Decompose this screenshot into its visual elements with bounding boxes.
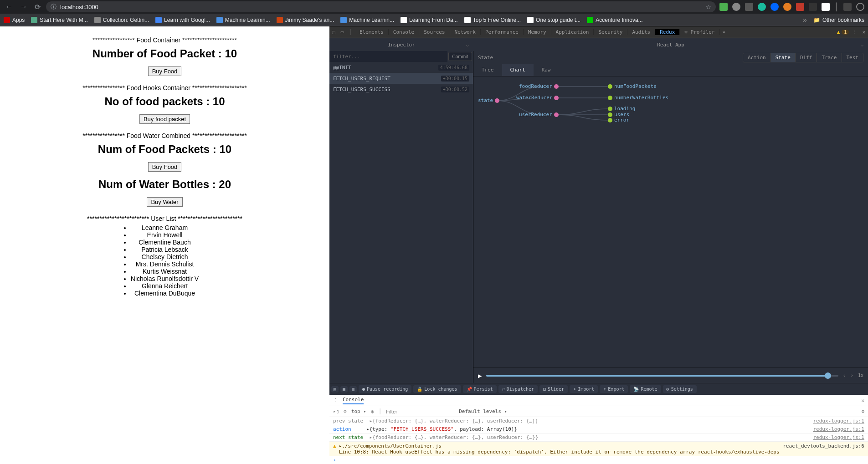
bookmark-item[interactable]: Machine Learnin... bbox=[216, 17, 270, 23]
devtools-tab-sources[interactable]: Sources bbox=[419, 29, 450, 35]
back-button[interactable]: ← bbox=[4, 1, 15, 13]
ext-icon[interactable] bbox=[719, 3, 728, 11]
ext-icon[interactable] bbox=[809, 3, 817, 11]
scope-select[interactable]: top ▾ bbox=[351, 408, 366, 414]
bookmark-item[interactable]: Learn with Googl... bbox=[155, 17, 210, 23]
devtools-tab-memory[interactable]: Memory bbox=[524, 29, 551, 35]
bookmark-item[interactable]: Learning From Da... bbox=[401, 17, 458, 23]
action-row[interactable]: @@INIT4:59:46.68 bbox=[329, 62, 473, 73]
ext-icon[interactable] bbox=[770, 3, 779, 11]
source-link[interactable]: redux-logger.js:1 bbox=[813, 426, 864, 432]
ext-icon[interactable] bbox=[732, 3, 740, 11]
state-panel: State ActionStateDiffTraceTest TreeChart… bbox=[473, 51, 868, 383]
devtools-tab-network[interactable]: Network bbox=[450, 29, 481, 35]
next-button[interactable]: › bbox=[850, 372, 853, 378]
ext-icon[interactable] bbox=[843, 3, 852, 11]
toolbar-pause-recording[interactable]: ●Pause recording bbox=[359, 385, 411, 393]
url-bar[interactable]: ⓘ localhost:3000 ☆ bbox=[46, 1, 716, 12]
view-tab-chart[interactable]: Chart bbox=[502, 64, 534, 76]
ext-icon[interactable] bbox=[796, 3, 804, 11]
bookmark-item[interactable]: Start Here With M... bbox=[31, 17, 87, 23]
devtools-tab-security[interactable]: Security bbox=[594, 29, 627, 35]
kebab-icon[interactable]: ⋮ bbox=[849, 29, 859, 35]
buy-food-button[interactable]: Buy Food bbox=[148, 66, 182, 76]
console-prompt[interactable]: › bbox=[329, 456, 868, 464]
forward-button[interactable]: → bbox=[18, 1, 29, 13]
segment-action[interactable]: Action bbox=[743, 53, 771, 62]
bookmark-item[interactable]: Apps bbox=[4, 17, 25, 23]
timeline-slider[interactable] bbox=[486, 375, 838, 377]
eye-icon[interactable]: ◉ bbox=[371, 408, 374, 414]
console-filter-input[interactable] bbox=[386, 409, 454, 414]
layout-icon[interactable]: ▤ bbox=[331, 386, 339, 393]
toolbar-dispatcher[interactable]: ⇄Dispatcher bbox=[498, 385, 538, 393]
devtools-tab-profiler[interactable]: ⚛ Profiler bbox=[680, 29, 719, 35]
profile-avatar[interactable] bbox=[856, 3, 864, 11]
devtools-tab-application[interactable]: Application bbox=[551, 29, 594, 35]
bookmark-item[interactable]: Top 5 Free Online... bbox=[464, 17, 521, 23]
log-levels-select[interactable]: Default levels ▾ bbox=[459, 408, 507, 414]
action-row[interactable]: FETCH_USERS_REQUEST+30:00.15 bbox=[329, 73, 473, 84]
reload-button[interactable]: ⟳ bbox=[33, 1, 42, 13]
ext-icon[interactable] bbox=[783, 3, 791, 11]
devtools-tab-performance[interactable]: Performance bbox=[481, 29, 524, 35]
toolbar-persist[interactable]: 📌Persist bbox=[463, 385, 497, 393]
segment-diff[interactable]: Diff bbox=[796, 53, 817, 62]
layout-icon[interactable]: ▥ bbox=[349, 386, 357, 393]
layout-icon[interactable]: ▦ bbox=[340, 386, 348, 393]
bookmark-item[interactable]: Machine Learnin... bbox=[340, 17, 394, 23]
more-tabs-icon[interactable]: » bbox=[720, 29, 729, 35]
toolbar-slider[interactable]: ⊟Slider bbox=[539, 385, 568, 393]
device-icon[interactable]: ▭ bbox=[338, 29, 347, 35]
ext-icon[interactable] bbox=[822, 3, 830, 11]
action-row[interactable]: FETCH_USERS_SUCCESS+30:00.52 bbox=[329, 84, 473, 95]
source-link[interactable]: redux-logger.js:1 bbox=[813, 418, 864, 424]
toolbar-export[interactable]: ⬆Export bbox=[600, 385, 628, 393]
segment-test[interactable]: Test bbox=[842, 53, 863, 62]
buy-food-combined-button[interactable]: Buy Food bbox=[148, 162, 182, 172]
close-devtools-icon[interactable]: ✕ bbox=[859, 29, 868, 35]
devtools-tab-audits[interactable]: Audits bbox=[627, 29, 655, 35]
devtools-tab-console[interactable]: Console bbox=[389, 29, 419, 35]
inspect-icon[interactable]: ⬚ bbox=[329, 29, 338, 35]
source-link[interactable]: react_devtools_backend.js:6 bbox=[783, 443, 864, 449]
overflow-icon[interactable]: » bbox=[803, 16, 807, 24]
segment-state[interactable]: State bbox=[771, 53, 796, 62]
bookmark-item[interactable]: Accenture Innova... bbox=[587, 17, 642, 23]
console-menu-icon[interactable]: ⋮ bbox=[333, 398, 338, 403]
console-tab[interactable]: Console bbox=[343, 397, 364, 404]
source-link[interactable]: redux-logger.js:1 bbox=[813, 434, 864, 440]
state-chart[interactable]: state foodReducer waterReducer userReduc… bbox=[473, 76, 868, 367]
segment-trace[interactable]: Trace bbox=[817, 53, 842, 62]
toolbar-lock-changes[interactable]: 🔒Lock changes bbox=[413, 385, 461, 393]
buy-food-packet-button[interactable]: Buy food packet bbox=[139, 114, 190, 124]
warning-icon: ▲ bbox=[333, 443, 336, 455]
view-tab-tree[interactable]: Tree bbox=[473, 64, 502, 76]
warning-badge[interactable]: ▲1 bbox=[837, 29, 849, 35]
devtools-tab-redux[interactable]: Redux bbox=[655, 29, 680, 35]
console-settings-icon[interactable]: ⚙ bbox=[861, 408, 864, 414]
play-button[interactable]: ▶ bbox=[478, 372, 482, 379]
bookmark-item[interactable]: One stop guide t... bbox=[527, 17, 580, 23]
react-app-dropdown[interactable]: React App⌵ bbox=[473, 38, 868, 51]
speed-label[interactable]: 1x bbox=[858, 373, 863, 378]
toolbar-import[interactable]: ⬇Import bbox=[570, 385, 598, 393]
bookmark-item[interactable]: Collection: Gettin... bbox=[94, 17, 149, 23]
toolbar-settings[interactable]: ⚙Settings bbox=[663, 385, 697, 393]
filter-input[interactable] bbox=[329, 51, 447, 62]
commit-button[interactable]: Commit bbox=[448, 52, 472, 61]
devtools-tab-elements[interactable]: Elements bbox=[355, 29, 389, 35]
inspector-dropdown[interactable]: Inspector⌵ bbox=[329, 38, 473, 51]
ext-icon[interactable] bbox=[758, 3, 766, 11]
ext-icon[interactable] bbox=[745, 3, 753, 11]
view-tab-raw[interactable]: Raw bbox=[534, 64, 559, 76]
other-bookmarks[interactable]: 📁 Other bookmarks bbox=[813, 17, 864, 23]
clear-console-icon[interactable]: ⊘ bbox=[344, 408, 347, 414]
bookmark-star-icon[interactable]: ☆ bbox=[706, 4, 711, 10]
prev-button[interactable]: ‹ bbox=[843, 372, 846, 378]
bookmark-item[interactable]: Jimmy Saade's an... bbox=[277, 17, 334, 23]
buy-water-button[interactable]: Buy Water bbox=[147, 197, 182, 207]
toolbar-remote[interactable]: 📡Remote bbox=[630, 385, 661, 393]
close-console-icon[interactable]: ✕ bbox=[861, 398, 864, 403]
sidebar-toggle-icon[interactable]: ▸▯ bbox=[333, 408, 339, 414]
